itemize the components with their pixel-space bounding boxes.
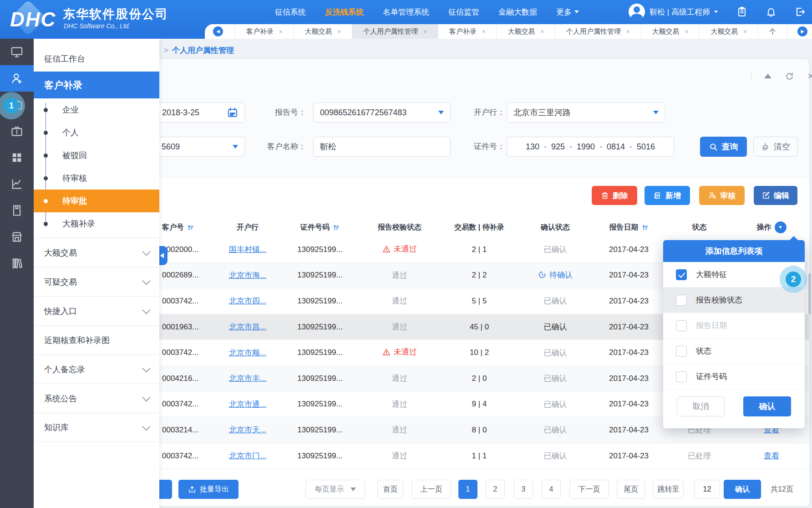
nav-item-1[interactable]: 征信系统 xyxy=(275,7,306,17)
bank-select[interactable]: 北京市三里河路 xyxy=(507,103,665,123)
tab-5[interactable]: 大额交易× xyxy=(496,24,555,39)
page-button-2[interactable]: 2 xyxy=(486,480,505,499)
checkbox-unchecked[interactable] xyxy=(676,346,687,357)
jump-to-button[interactable]: 跳转至 xyxy=(653,480,684,499)
nav-item-2[interactable]: 反洗钱系统 xyxy=(325,7,364,17)
nav-item-4[interactable]: 征信监管 xyxy=(448,7,479,17)
sidebar-subitem-3[interactable]: 被驳回 xyxy=(34,144,159,167)
last-page-button[interactable]: 尾页 xyxy=(617,480,645,499)
avatar[interactable] xyxy=(629,4,645,20)
batch-export-button[interactable]: 批量导出 xyxy=(178,480,239,499)
tab-7[interactable]: 大额交易× xyxy=(641,24,700,39)
id-number-input[interactable]: 130-925-1990-0814-5016 xyxy=(507,137,674,157)
sidebar-group-customer-supplement[interactable]: 客户补录 xyxy=(34,72,159,98)
tab-8[interactable]: 大额交易× xyxy=(699,24,758,39)
bank-link[interactable]: 北京市四... xyxy=(229,297,266,305)
close-tab-icon[interactable]: × xyxy=(423,28,427,35)
sidebar-subitem-6[interactable]: 大额补录 xyxy=(34,212,159,235)
add-button[interactable]: 新增 xyxy=(645,186,690,205)
edit-button[interactable]: 编辑 xyxy=(754,186,797,205)
jump-page-input[interactable]: 12 xyxy=(694,480,720,499)
rail-user-add-button[interactable] xyxy=(0,65,34,92)
rail-grid-button[interactable] xyxy=(0,144,34,171)
sidebar-group-2[interactable]: 可疑交易 xyxy=(34,267,159,296)
close-icon[interactable]: × xyxy=(807,72,812,81)
bank-link[interactable]: 北京市昌... xyxy=(229,323,266,331)
rail-monitor-button[interactable] xyxy=(0,39,34,65)
scrollbar-thumb[interactable] xyxy=(808,273,811,314)
tabs-scroll-left-button[interactable]: ◀ xyxy=(213,26,223,36)
clear-button[interactable]: 清空 xyxy=(753,137,798,157)
refresh-icon[interactable] xyxy=(785,72,794,81)
tab-1[interactable]: 客户补录× xyxy=(235,24,294,39)
audit-button[interactable]: 审核 xyxy=(699,186,745,205)
bank-link[interactable]: 北京市门... xyxy=(229,452,266,460)
close-tab-icon[interactable]: × xyxy=(743,28,747,35)
rail-books-button[interactable] xyxy=(0,250,34,277)
checkbox-unchecked[interactable] xyxy=(676,371,687,382)
user-name-role[interactable]: 靳松 | 高级工程师 xyxy=(650,7,710,17)
tab-2[interactable]: 大额交易× xyxy=(294,24,352,39)
page-button-3[interactable]: 3 xyxy=(514,480,533,499)
close-tab-icon[interactable]: × xyxy=(540,28,544,35)
sidebar-group-6[interactable]: 系统公告 xyxy=(34,384,159,413)
sidebar-subitem-2[interactable]: 个人 xyxy=(34,121,159,144)
column-header-1[interactable]: 客户号 xyxy=(159,223,214,232)
sidebar-subitem-5[interactable]: 待审批 xyxy=(34,190,159,212)
bank-link[interactable]: 北京市丰... xyxy=(229,374,266,383)
tab-6[interactable]: 个人用户属性管理× xyxy=(555,24,641,39)
sidebar-group-1[interactable]: 大额交易 xyxy=(34,238,159,267)
popup-cancel-button[interactable]: 取消 xyxy=(677,396,725,416)
rail-bookmark-button[interactable] xyxy=(0,197,34,224)
next-page-button[interactable]: 下一页 xyxy=(569,480,609,499)
close-tab-icon[interactable]: × xyxy=(626,28,630,35)
nav-item-3[interactable]: 名单管理系统 xyxy=(383,7,429,17)
per-page-select[interactable]: 每页显示 xyxy=(305,480,365,499)
page-button-1[interactable]: 1 xyxy=(458,480,477,499)
jump-confirm-button[interactable]: 确认 xyxy=(724,480,761,499)
sidebar-item-workbench[interactable]: 征信工作台 xyxy=(34,46,159,72)
tabs-scroll-right-button[interactable]: ▶ xyxy=(797,26,807,36)
rail-case-alert-button[interactable] xyxy=(0,118,34,144)
rail-store-button[interactable] xyxy=(0,224,34,250)
table-row[interactable]: 0003742...北京市门...130925199...通过1 | 1已确认2… xyxy=(159,443,809,469)
bank-link[interactable]: 国丰村镇... xyxy=(229,245,266,254)
checkbox-unchecked[interactable] xyxy=(676,320,687,331)
bank-link[interactable]: 北京市天... xyxy=(229,426,266,434)
nav-item-5[interactable]: 金融大数据 xyxy=(498,7,537,17)
column-header-3[interactable]: 证件号码 xyxy=(281,223,359,232)
tab-4[interactable]: 客户补录× xyxy=(438,24,497,39)
tab-9[interactable]: 个 xyxy=(758,24,787,39)
popup-checkbox-item-3[interactable]: 报告日期 xyxy=(663,313,805,339)
bank-link[interactable]: 北京市通... xyxy=(229,400,266,409)
date-range-field[interactable]: 至 2018-3-25 xyxy=(145,103,245,123)
close-tab-icon[interactable]: × xyxy=(338,28,341,35)
sidebar-group-7[interactable]: 知识库 xyxy=(34,413,159,442)
popup-confirm-button[interactable]: 确认 xyxy=(743,396,791,416)
code-select[interactable]: 5609 xyxy=(145,137,245,157)
checkbox-unchecked[interactable] xyxy=(676,295,687,306)
bell-icon[interactable] xyxy=(766,6,776,17)
search-button[interactable]: 查询 xyxy=(700,137,747,157)
sidebar-group-5[interactable]: 个人备忘录 xyxy=(34,354,159,384)
tab-3[interactable]: 个人用户属性管理× xyxy=(352,24,438,39)
close-tab-icon[interactable]: × xyxy=(482,28,486,35)
popup-checkbox-item-2[interactable]: 报告校验状态 xyxy=(663,287,805,313)
sidebar-subitem-1[interactable]: 企业 xyxy=(34,98,159,121)
checkbox-checked[interactable] xyxy=(676,269,687,280)
nav-item-6[interactable]: 更多 xyxy=(556,7,579,17)
prev-page-button[interactable]: 上一页 xyxy=(411,480,451,499)
bank-link[interactable]: 北京市海... xyxy=(229,271,266,280)
close-tab-icon[interactable]: × xyxy=(279,28,283,35)
report-no-select[interactable]: 0098652616772567483 xyxy=(313,103,451,123)
column-settings-button[interactable]: ▼ xyxy=(775,221,787,233)
sidebar-subitem-4[interactable]: 待审核 xyxy=(34,167,159,190)
page-button-4[interactable]: 4 xyxy=(542,480,561,499)
clipboard-icon[interactable] xyxy=(736,6,747,17)
calendar-icon[interactable] xyxy=(227,107,238,118)
rail-chart-button[interactable] xyxy=(0,171,34,197)
chevron-down-icon[interactable] xyxy=(714,10,718,13)
delete-button[interactable]: 删除 xyxy=(592,186,637,205)
popup-checkbox-item-4[interactable]: 状态 xyxy=(663,339,805,364)
logout-icon[interactable] xyxy=(795,6,806,17)
